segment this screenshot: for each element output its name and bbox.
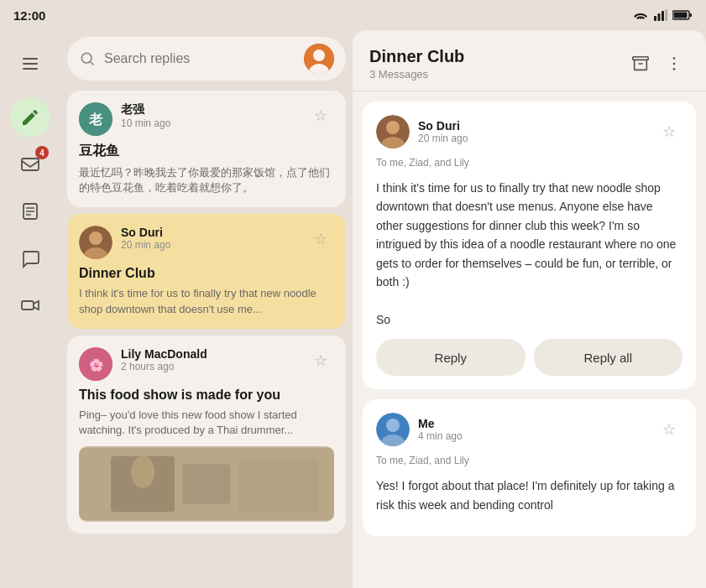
svg-rect-7 bbox=[23, 58, 38, 60]
sidebar-item-notes[interactable] bbox=[10, 191, 50, 232]
message-body-1: I think it's time for us to finally try … bbox=[376, 179, 682, 329]
svg-point-42 bbox=[386, 419, 400, 432]
sidebar-item-video[interactable] bbox=[10, 285, 50, 325]
detail-subtitle: 3 Messages bbox=[369, 68, 464, 81]
more-icon bbox=[665, 55, 683, 73]
message-sender-info-2: Me 4 min ago bbox=[418, 417, 647, 442]
status-bar: 12:00 bbox=[0, 0, 706, 30]
message-body-2: Yes! I forgot about that place! I'm defi… bbox=[376, 476, 682, 514]
svg-rect-15 bbox=[22, 301, 34, 310]
search-bar bbox=[67, 37, 346, 81]
sender-info-3: Lily MacDonald 2 hours ago bbox=[121, 347, 299, 372]
svg-rect-6 bbox=[674, 13, 688, 18]
svg-line-17 bbox=[91, 62, 94, 65]
sender-time-1: 10 min ago bbox=[121, 117, 299, 129]
svg-rect-8 bbox=[23, 63, 38, 65]
sidebar-item-chat[interactable] bbox=[10, 238, 50, 278]
star-button-3[interactable]: ☆ bbox=[307, 347, 334, 374]
sender-info-1: 老强 10 min ago bbox=[121, 102, 299, 129]
svg-point-31 bbox=[131, 456, 155, 488]
notes-icon bbox=[20, 201, 40, 221]
email-preview-2: I think it's time for us to finally try … bbox=[79, 286, 334, 316]
reply-all-button[interactable]: Reply all bbox=[534, 339, 683, 376]
svg-point-36 bbox=[673, 63, 676, 65]
star-button-2[interactable]: ☆ bbox=[307, 226, 334, 252]
svg-rect-30 bbox=[183, 464, 231, 504]
svg-rect-3 bbox=[666, 9, 668, 21]
message-sender-name-2: Me bbox=[418, 417, 647, 430]
chat-icon bbox=[20, 248, 40, 268]
email-detail-panel: Dinner Club 3 Messages bbox=[353, 30, 706, 588]
detail-archive-button[interactable] bbox=[625, 49, 656, 79]
svg-rect-1 bbox=[658, 13, 661, 21]
svg-rect-5 bbox=[690, 13, 693, 17]
message-header-2: Me 4 min ago ☆ bbox=[376, 413, 682, 446]
wifi-icon bbox=[632, 9, 649, 21]
message-star-2[interactable]: ☆ bbox=[656, 416, 682, 443]
archive-icon bbox=[631, 55, 650, 73]
message-thread: So Duri 20 min ago ☆ To me, Ziad, and Li… bbox=[353, 91, 706, 588]
sender-time-3: 2 hours ago bbox=[121, 361, 299, 372]
message-sender-info-1: So Duri 20 min ago bbox=[418, 119, 647, 144]
sender-name-2: So Duri bbox=[121, 226, 299, 239]
inbox-badge: 4 bbox=[35, 146, 49, 159]
email-card-3[interactable]: 🌸 Lily MacDonald 2 hours ago ☆ This food… bbox=[67, 336, 346, 533]
message-sender-name-1: So Duri bbox=[418, 119, 647, 133]
message-time-2: 4 min ago bbox=[418, 430, 647, 442]
detail-more-button[interactable] bbox=[659, 49, 689, 79]
sender-name-3: Lily MacDonald bbox=[121, 347, 299, 361]
email-image-3 bbox=[79, 446, 334, 522]
svg-rect-2 bbox=[662, 11, 664, 21]
detail-title: Dinner Club bbox=[369, 47, 464, 66]
svg-text:🌸: 🌸 bbox=[89, 358, 104, 372]
sidebar-item-inbox[interactable]: 4 bbox=[10, 144, 50, 185]
message-actions-1: Reply Reply all bbox=[376, 339, 682, 376]
email-preview-3: Ping– you'd love this new food show I st… bbox=[79, 408, 334, 438]
star-button-1[interactable]: ☆ bbox=[307, 102, 334, 129]
sender-avatar-2 bbox=[79, 226, 112, 259]
email-subject-2: Dinner Club bbox=[79, 266, 334, 281]
svg-point-24 bbox=[89, 232, 102, 245]
message-avatar-1 bbox=[376, 115, 410, 148]
sidebar: 4 bbox=[0, 30, 60, 588]
sender-time-2: 20 min ago bbox=[121, 239, 299, 251]
email-card-1[interactable]: 老 老强 10 min ago ☆ 豆花鱼 最近忆吗？昨晚我去了你最爱的那家饭馆… bbox=[67, 91, 346, 207]
reply-button[interactable]: Reply bbox=[376, 339, 526, 376]
svg-text:老: 老 bbox=[88, 112, 103, 127]
email-list-panel: 老 老强 10 min ago ☆ 豆花鱼 最近忆吗？昨晚我去了你最爱的那家饭馆… bbox=[60, 30, 353, 588]
svg-rect-33 bbox=[633, 57, 648, 60]
svg-rect-9 bbox=[23, 68, 38, 70]
sender-name-1: 老强 bbox=[121, 102, 299, 117]
email-subject-1: 豆花鱼 bbox=[79, 143, 334, 160]
message-card-1: So Duri 20 min ago ☆ To me, Ziad, and Li… bbox=[363, 101, 696, 389]
message-time-1: 20 min ago bbox=[418, 133, 647, 144]
email-subject-3: This food show is made for you bbox=[79, 388, 334, 403]
message-avatar-2 bbox=[376, 413, 410, 446]
sender-avatar-3: 🌸 bbox=[79, 347, 112, 381]
message-to-1: To me, Ziad, and Lily bbox=[376, 157, 682, 169]
detail-actions bbox=[625, 49, 689, 79]
status-icons bbox=[632, 9, 693, 21]
signal-icon bbox=[654, 9, 667, 21]
svg-rect-32 bbox=[238, 461, 318, 513]
detail-header: Dinner Club 3 Messages bbox=[353, 30, 706, 91]
edit-icon bbox=[20, 107, 40, 127]
sender-avatar-1: 老 bbox=[79, 102, 112, 136]
user-avatar[interactable] bbox=[304, 44, 334, 74]
sidebar-item-compose[interactable] bbox=[10, 97, 50, 138]
svg-point-35 bbox=[673, 57, 676, 60]
message-star-1[interactable]: ☆ bbox=[656, 118, 682, 145]
svg-rect-0 bbox=[654, 16, 656, 21]
search-icon bbox=[79, 50, 96, 67]
email-preview-1: 最近忆吗？昨晚我去了你最爱的那家饭馆，点了他们的特色豆花鱼，吃着吃着就想你了。 bbox=[79, 165, 334, 195]
message-header-1: So Duri 20 min ago ☆ bbox=[376, 115, 682, 148]
search-input[interactable] bbox=[104, 51, 295, 66]
svg-point-19 bbox=[313, 49, 325, 61]
svg-point-37 bbox=[673, 68, 676, 70]
svg-rect-10 bbox=[22, 159, 39, 170]
sender-info-2: So Duri 20 min ago bbox=[121, 226, 299, 251]
email-card-2[interactable]: So Duri 20 min ago ☆ Dinner Club I think… bbox=[67, 214, 346, 328]
svg-point-39 bbox=[386, 121, 400, 134]
sidebar-item-menu[interactable] bbox=[10, 44, 50, 84]
video-icon bbox=[20, 295, 40, 315]
